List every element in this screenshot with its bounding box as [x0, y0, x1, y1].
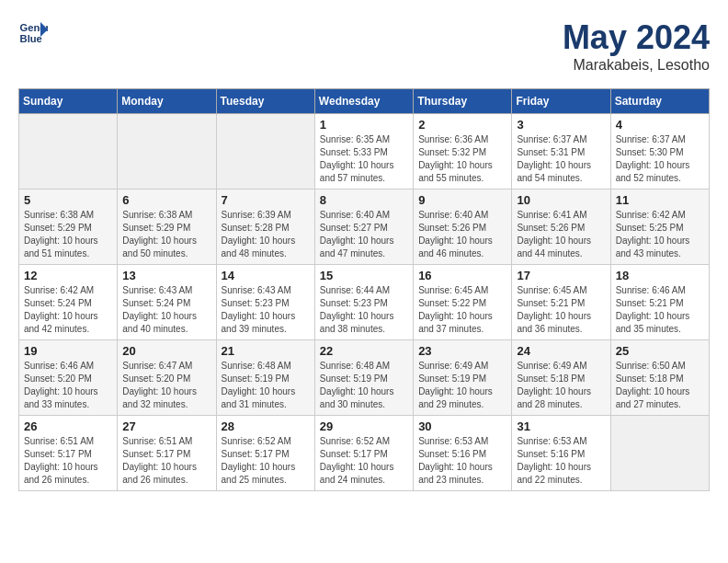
day-info: Sunrise: 6:42 AMSunset: 5:25 PMDaylight:…: [616, 209, 704, 260]
day-info: Sunrise: 6:46 AMSunset: 5:20 PMDaylight:…: [24, 360, 112, 411]
calendar-cell: 6Sunrise: 6:38 AMSunset: 5:29 PMDaylight…: [118, 190, 216, 265]
calendar-cell: 2Sunrise: 6:36 AMSunset: 5:32 PMDaylight…: [414, 114, 512, 190]
weekday-header-tuesday: Tuesday: [216, 89, 314, 114]
weekday-header-row: SundayMondayTuesdayWednesdayThursdayFrid…: [19, 89, 710, 114]
calendar-cell: 15Sunrise: 6:44 AMSunset: 5:23 PMDayligh…: [314, 265, 413, 340]
day-number: 10: [517, 193, 605, 207]
day-number: 1: [320, 118, 408, 132]
calendar-cell: [610, 416, 709, 491]
day-number: 7: [222, 193, 310, 207]
logo: General Blue: [18, 18, 48, 48]
day-info: Sunrise: 6:47 AMSunset: 5:20 PMDaylight:…: [122, 360, 210, 411]
calendar-cell: 20Sunrise: 6:47 AMSunset: 5:20 PMDayligh…: [118, 340, 216, 416]
day-number: 8: [320, 193, 408, 207]
calendar-cell: 8Sunrise: 6:40 AMSunset: 5:27 PMDaylight…: [314, 190, 413, 265]
day-info: Sunrise: 6:44 AMSunset: 5:23 PMDaylight:…: [320, 284, 408, 336]
weekday-header-monday: Monday: [118, 89, 216, 114]
day-info: Sunrise: 6:37 AMSunset: 5:31 PMDaylight:…: [517, 133, 605, 185]
calendar-cell: 17Sunrise: 6:45 AMSunset: 5:21 PMDayligh…: [512, 265, 610, 340]
day-number: 28: [222, 419, 310, 433]
calendar-cell: 27Sunrise: 6:51 AMSunset: 5:17 PMDayligh…: [118, 416, 216, 491]
svg-text:Blue: Blue: [20, 33, 42, 44]
day-info: Sunrise: 6:38 AMSunset: 5:29 PMDaylight:…: [122, 209, 210, 260]
day-number: 11: [616, 193, 704, 207]
calendar-table: SundayMondayTuesdayWednesdayThursdayFrid…: [18, 88, 710, 491]
day-number: 5: [24, 193, 112, 207]
day-number: 15: [320, 269, 408, 282]
day-info: Sunrise: 6:38 AMSunset: 5:29 PMDaylight:…: [24, 209, 112, 260]
calendar-cell: 12Sunrise: 6:42 AMSunset: 5:24 PMDayligh…: [19, 265, 118, 340]
calendar-cell: 22Sunrise: 6:48 AMSunset: 5:19 PMDayligh…: [314, 340, 413, 416]
logo-icon: General Blue: [18, 18, 48, 48]
day-number: 4: [616, 118, 704, 132]
calendar-cell: [19, 114, 118, 190]
day-info: Sunrise: 6:53 AMSunset: 5:16 PMDaylight:…: [418, 435, 506, 487]
month-title: May 2024: [563, 18, 710, 57]
day-number: 20: [122, 344, 210, 358]
day-number: 3: [517, 118, 605, 132]
day-info: Sunrise: 6:40 AMSunset: 5:26 PMDaylight:…: [418, 209, 506, 260]
day-info: Sunrise: 6:49 AMSunset: 5:19 PMDaylight:…: [418, 360, 506, 411]
calendar-cell: 21Sunrise: 6:48 AMSunset: 5:19 PMDayligh…: [216, 340, 314, 416]
weekday-header-sunday: Sunday: [19, 89, 118, 114]
calendar-week-3: 12Sunrise: 6:42 AMSunset: 5:24 PMDayligh…: [19, 265, 710, 340]
day-number: 12: [24, 269, 112, 282]
calendar-week-5: 26Sunrise: 6:51 AMSunset: 5:17 PMDayligh…: [19, 416, 710, 491]
day-number: 27: [122, 419, 210, 433]
day-number: 25: [616, 344, 704, 358]
day-info: Sunrise: 6:50 AMSunset: 5:18 PMDaylight:…: [616, 360, 704, 411]
calendar-cell: 16Sunrise: 6:45 AMSunset: 5:22 PMDayligh…: [414, 265, 512, 340]
calendar-cell: 28Sunrise: 6:52 AMSunset: 5:17 PMDayligh…: [216, 416, 314, 491]
weekday-header-saturday: Saturday: [610, 89, 709, 114]
day-number: 21: [222, 344, 310, 358]
calendar-cell: 19Sunrise: 6:46 AMSunset: 5:20 PMDayligh…: [19, 340, 118, 416]
day-number: 29: [320, 419, 408, 433]
day-info: Sunrise: 6:45 AMSunset: 5:21 PMDaylight:…: [517, 284, 605, 336]
day-number: 18: [616, 269, 704, 282]
calendar-cell: 26Sunrise: 6:51 AMSunset: 5:17 PMDayligh…: [19, 416, 118, 491]
weekday-header-thursday: Thursday: [414, 89, 512, 114]
day-info: Sunrise: 6:39 AMSunset: 5:28 PMDaylight:…: [222, 209, 310, 260]
day-info: Sunrise: 6:41 AMSunset: 5:26 PMDaylight:…: [517, 209, 605, 260]
day-number: 13: [122, 269, 210, 282]
calendar-cell: [118, 114, 216, 190]
page-header: General Blue May 2024 Marakabeis, Lesoth…: [18, 18, 710, 74]
day-info: Sunrise: 6:52 AMSunset: 5:17 PMDaylight:…: [222, 435, 310, 487]
day-info: Sunrise: 6:46 AMSunset: 5:21 PMDaylight:…: [616, 284, 704, 336]
calendar-cell: 10Sunrise: 6:41 AMSunset: 5:26 PMDayligh…: [512, 190, 610, 265]
calendar-cell: 18Sunrise: 6:46 AMSunset: 5:21 PMDayligh…: [610, 265, 709, 340]
day-number: 19: [24, 344, 112, 358]
day-info: Sunrise: 6:43 AMSunset: 5:24 PMDaylight:…: [122, 284, 210, 336]
calendar-cell: 9Sunrise: 6:40 AMSunset: 5:26 PMDaylight…: [414, 190, 512, 265]
calendar-cell: 5Sunrise: 6:38 AMSunset: 5:29 PMDaylight…: [19, 190, 118, 265]
day-info: Sunrise: 6:42 AMSunset: 5:24 PMDaylight:…: [24, 284, 112, 336]
day-info: Sunrise: 6:48 AMSunset: 5:19 PMDaylight:…: [222, 360, 310, 411]
calendar-cell: 1Sunrise: 6:35 AMSunset: 5:33 PMDaylight…: [314, 114, 413, 190]
day-number: 9: [418, 193, 506, 207]
calendar-cell: 31Sunrise: 6:53 AMSunset: 5:16 PMDayligh…: [512, 416, 610, 491]
calendar-cell: 4Sunrise: 6:37 AMSunset: 5:30 PMDaylight…: [610, 114, 709, 190]
day-number: 2: [418, 118, 506, 132]
weekday-header-wednesday: Wednesday: [314, 89, 413, 114]
calendar-week-4: 19Sunrise: 6:46 AMSunset: 5:20 PMDayligh…: [19, 340, 710, 416]
day-info: Sunrise: 6:43 AMSunset: 5:23 PMDaylight:…: [222, 284, 310, 336]
day-info: Sunrise: 6:37 AMSunset: 5:30 PMDaylight:…: [616, 133, 704, 185]
day-number: 6: [122, 193, 210, 207]
calendar-cell: 7Sunrise: 6:39 AMSunset: 5:28 PMDaylight…: [216, 190, 314, 265]
calendar-cell: 30Sunrise: 6:53 AMSunset: 5:16 PMDayligh…: [414, 416, 512, 491]
day-info: Sunrise: 6:49 AMSunset: 5:18 PMDaylight:…: [517, 360, 605, 411]
day-number: 31: [517, 419, 605, 433]
calendar-week-1: 1Sunrise: 6:35 AMSunset: 5:33 PMDaylight…: [19, 114, 710, 190]
day-number: 23: [418, 344, 506, 358]
day-info: Sunrise: 6:48 AMSunset: 5:19 PMDaylight:…: [320, 360, 408, 411]
day-info: Sunrise: 6:52 AMSunset: 5:17 PMDaylight:…: [320, 435, 408, 487]
calendar-cell: 25Sunrise: 6:50 AMSunset: 5:18 PMDayligh…: [610, 340, 709, 416]
day-info: Sunrise: 6:35 AMSunset: 5:33 PMDaylight:…: [320, 133, 408, 185]
calendar-week-2: 5Sunrise: 6:38 AMSunset: 5:29 PMDaylight…: [19, 190, 710, 265]
day-info: Sunrise: 6:51 AMSunset: 5:17 PMDaylight:…: [122, 435, 210, 487]
day-info: Sunrise: 6:45 AMSunset: 5:22 PMDaylight:…: [418, 284, 506, 336]
location-title: Marakabeis, Lesotho: [563, 57, 710, 74]
calendar-cell: [216, 114, 314, 190]
day-info: Sunrise: 6:51 AMSunset: 5:17 PMDaylight:…: [24, 435, 112, 487]
calendar-cell: 29Sunrise: 6:52 AMSunset: 5:17 PMDayligh…: [314, 416, 413, 491]
